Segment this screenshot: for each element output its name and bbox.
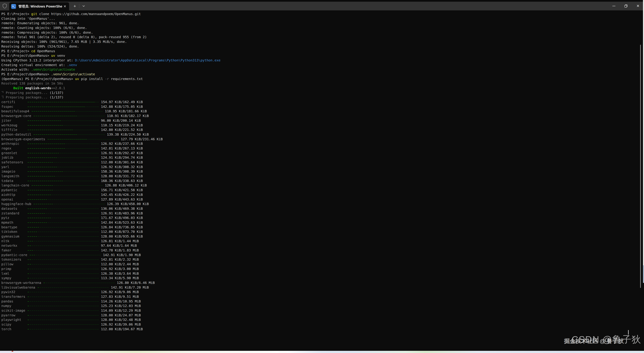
terminal-line: Using CPython 3.13.2 interpreter at: D:\… bbox=[1, 58, 220, 63]
terminal-line: Cloning into 'OpenManus'... bbox=[1, 17, 220, 21]
restore-icon bbox=[624, 4, 628, 8]
package-progress-row: networkx -------------------------------… bbox=[1, 243, 220, 248]
package-progress-row: python-dateutil ------------------------… bbox=[1, 132, 220, 137]
minimize-button[interactable] bbox=[608, 2, 620, 10]
package-progress-row: nltk -----------------------------------… bbox=[1, 239, 220, 243]
package-progress-row: anthropic ------------------------------… bbox=[1, 141, 220, 146]
powershell-icon: >_ bbox=[11, 4, 16, 9]
package-progress-row: torch ----------------------------------… bbox=[1, 327, 220, 331]
admin-shield-icon bbox=[0, 2, 9, 10]
package-progress-row: datasets -------------------------------… bbox=[1, 206, 220, 211]
terminal-line: (OpenManus) PS E:\Project\OpenManus> uv … bbox=[1, 77, 220, 81]
package-progress-row: gymnasium ------------------------------… bbox=[1, 234, 220, 239]
terminal-line: ⠙ Preparing packages... (1/137) bbox=[1, 91, 220, 95]
screen: { "titlebar": { "tab_title": "管理员: Windo… bbox=[0, 0, 644, 353]
terminal-line: ⠹ Preparing packages... (1/137) bbox=[1, 95, 220, 100]
terminal-line: PS E:\Project\OpenManus> uv venv bbox=[1, 53, 220, 58]
package-progress-row: pydantic -------------------------------… bbox=[1, 188, 220, 192]
juejin-watermark: 掘金技术社区 @ 鲁子狄 bbox=[564, 337, 624, 345]
package-progress-row: libvisualwebarena ----------------------… bbox=[1, 285, 220, 290]
terminal-line: Activate with: .venv\Scripts\activate bbox=[1, 67, 220, 72]
close-icon: ✕ bbox=[64, 4, 66, 8]
package-progress-row: pyarrow --------------------------------… bbox=[1, 313, 220, 318]
package-progress-row: fsspec ---------------------------------… bbox=[1, 104, 220, 109]
terminal-line: remote: Compressing objects: 100% (6/6),… bbox=[1, 30, 220, 35]
package-progress-row: playwright -----------------------------… bbox=[1, 317, 220, 322]
terminal-line: Receiving objects: 100% (961/961), 7.65 … bbox=[1, 40, 220, 44]
scrollbar-thumb[interactable] bbox=[640, 45, 641, 288]
package-progress-row: tokenizers -----------------------------… bbox=[1, 257, 220, 262]
package-progress-row: lxml -----------------------------------… bbox=[1, 271, 220, 276]
tab-divider bbox=[79, 4, 79, 8]
package-progress-row: werkzeug -------------------------------… bbox=[1, 123, 220, 128]
terminal-line: Built english-words==2.0.1 bbox=[1, 86, 220, 91]
terminal-line: PS E:\Project> git clone https://github.… bbox=[1, 12, 220, 17]
tab-powershell[interactable]: >_ 管理员: Windows PowerShell ✕ bbox=[9, 2, 69, 10]
tab-dropdown-button[interactable] bbox=[80, 2, 87, 10]
terminal-line: remote: Total 961 (delta 2), reused 0 (d… bbox=[1, 35, 220, 40]
package-progress-row: pydantic-core --------------------------… bbox=[1, 253, 220, 257]
package-progress-row: tifffile -------------------------------… bbox=[1, 128, 220, 132]
package-progress-row: faker ----------------------------------… bbox=[1, 248, 220, 253]
package-progress-row: huggingface-hub ------------------------… bbox=[1, 202, 220, 206]
chevron-down-icon bbox=[82, 5, 85, 7]
package-progress-row: transformers ---------------------------… bbox=[1, 294, 220, 299]
minimize-icon bbox=[612, 6, 616, 6]
terminal-line: Resolved 138 packages in 1m 50s bbox=[1, 81, 220, 86]
package-progress-row: beartype -------------------------------… bbox=[1, 225, 220, 230]
package-progress-row: browsergym-experiments -----------------… bbox=[1, 137, 220, 142]
package-progress-row: pywin32 --------------------------------… bbox=[1, 290, 220, 294]
tab-close-button[interactable]: ✕ bbox=[62, 4, 68, 9]
new-tab-button[interactable]: + bbox=[72, 2, 78, 10]
package-progress-row: aiohttp --------------------------------… bbox=[1, 192, 220, 197]
package-progress-row: mpmath ---------------------------------… bbox=[1, 220, 220, 225]
terminal-output: PS E:\Project> git clone https://github.… bbox=[1, 12, 220, 331]
package-progress-row: browsergym-core ------------------------… bbox=[1, 114, 220, 118]
taskbar-icon-tip bbox=[12, 351, 13, 352]
package-progress-row: zstandard ------------------------------… bbox=[1, 211, 220, 216]
terminal-line: remote: Enumerating objects: 961, done. bbox=[1, 21, 220, 26]
package-progress-row: browsergym-workarena -------------------… bbox=[1, 280, 220, 285]
package-progress-row: scipy ----------------------------------… bbox=[1, 322, 220, 327]
terminal-line: remote: Counting objects: 100% (6/6), do… bbox=[1, 26, 220, 30]
package-progress-row: sympy ----------------------------------… bbox=[1, 276, 220, 280]
package-progress-row: pillow ---------------------------------… bbox=[1, 262, 220, 267]
titlebar: >_ 管理员: Windows PowerShell ✕ + ✕ bbox=[0, 0, 644, 10]
package-progress-row: numpy ----------------------------------… bbox=[1, 304, 220, 308]
package-progress-row: langchain-core -------------------------… bbox=[1, 183, 220, 188]
package-progress-row: pytz -----------------------------------… bbox=[1, 216, 220, 220]
terminal-line: PS E:\Project\OpenManus> .venv\Scripts\a… bbox=[1, 72, 220, 77]
package-progress-row: tzdata ---------------------------------… bbox=[1, 179, 220, 183]
close-icon: ✕ bbox=[636, 4, 640, 8]
tab-title: 管理员: Windows PowerShell bbox=[18, 4, 62, 9]
package-progress-row: jiter ----------------------------------… bbox=[1, 118, 220, 123]
package-progress-row: tiktoken -------------------------------… bbox=[1, 229, 220, 234]
package-progress-row: langsmith ------------------------------… bbox=[1, 174, 220, 179]
titlebar-drag-area bbox=[87, 2, 608, 10]
package-progress-row: regex ----------------------------------… bbox=[1, 146, 220, 151]
package-progress-row: scikit-image ---------------------------… bbox=[1, 308, 220, 313]
restore-button[interactable] bbox=[620, 2, 632, 10]
package-progress-row: pandas ---------------------------------… bbox=[1, 299, 220, 304]
package-progress-row: certifi --------------------------------… bbox=[1, 100, 220, 104]
package-progress-row: yarl -----------------------------------… bbox=[1, 165, 220, 169]
background-window-sliver-accent bbox=[643, 265, 644, 283]
taskbar-highlight bbox=[278, 351, 287, 353]
package-progress-row: safetensors ----------------------------… bbox=[1, 160, 220, 165]
terminal-line: Resolving deltas: 100% (524/524), done. bbox=[1, 44, 220, 49]
terminal-line: Creating virtual environment at: .venv bbox=[1, 63, 220, 68]
terminal-line: PS E:\Project> cd OpenManus bbox=[1, 49, 220, 54]
package-progress-row: beautifulsoup4 -------------------------… bbox=[1, 109, 220, 114]
close-window-button[interactable]: ✕ bbox=[632, 2, 644, 10]
package-progress-row: joblib ---------------------------------… bbox=[1, 155, 220, 160]
background-window-sliver bbox=[643, 0, 644, 265]
package-progress-row: openai ---------------------------------… bbox=[1, 197, 220, 202]
package-progress-row: greenlet -------------------------------… bbox=[1, 151, 220, 156]
package-progress-row: primp ----------------------------------… bbox=[1, 267, 220, 271]
package-progress-row: imageio --------------------------------… bbox=[1, 169, 220, 174]
taskbar-edge bbox=[0, 351, 644, 353]
